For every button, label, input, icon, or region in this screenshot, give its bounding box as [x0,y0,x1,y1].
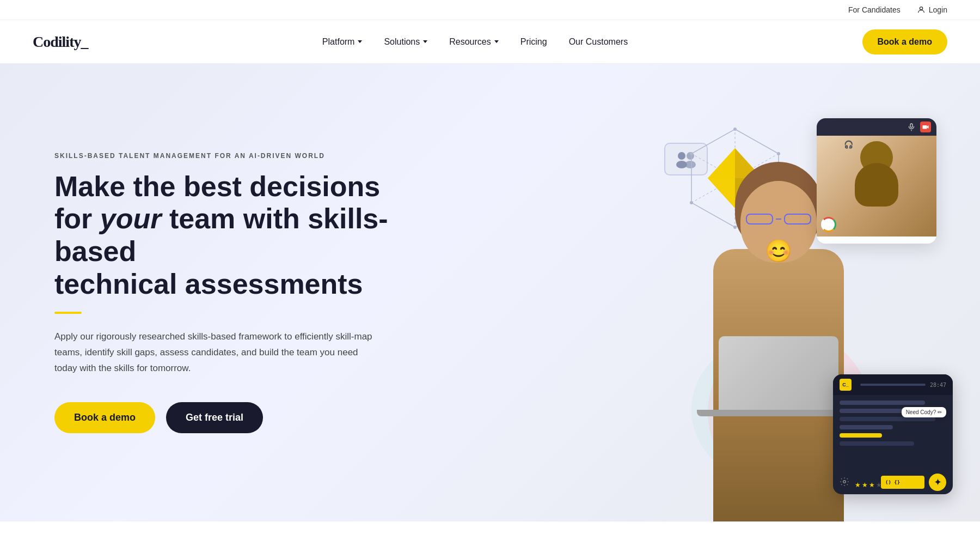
chevron-icon [883,481,891,489]
star-4: ★ [876,481,882,489]
main-nav: Codility_ Platform Solutions Resources P… [0,20,980,64]
nav-item-pricing[interactable]: Pricing [520,37,547,47]
svg-point-8 [777,201,780,204]
nav-item-solutions[interactable]: Solutions [384,37,427,47]
star-1: ★ [855,481,861,489]
svg-marker-18 [708,148,762,208]
ai-badge: ✦ [929,474,946,491]
hero-eyebrow: SKILLS-BASED TALENT MANAGEMENT FOR AN AI… [54,152,392,160]
svg-marker-5 [691,129,779,227]
geometric-shape [675,124,795,254]
nav-item-resources[interactable]: Resources [449,37,498,47]
user-icon [917,5,926,14]
video-camera-icon [920,122,931,132]
svg-marker-22 [708,178,735,208]
video-progress [821,217,932,232]
top-bar: For Candidates Login [0,0,980,20]
svg-point-6 [733,128,737,131]
hero-title: Make the best decisions for your team wi… [54,171,392,301]
svg-point-0 [920,7,922,10]
hero-section: SKILLS-BASED TALENT MANAGEMENT FOR AN AI… [0,64,980,521]
group-icon [674,149,698,169]
svg-point-2 [687,152,694,160]
get-free-trial-button[interactable]: Get free trial [166,402,263,433]
svg-marker-21 [735,178,762,208]
svg-point-7 [777,152,780,155]
nav-item-customers[interactable]: Our Customers [569,37,628,47]
svg-point-3 [676,161,687,168]
microphone-icon [907,123,916,131]
code-highlight-bar: () {} [881,476,924,489]
svg-line-16 [691,178,735,203]
svg-rect-23 [910,124,912,128]
chevron-down-icon [423,40,427,43]
hero-content: SKILLS-BASED TALENT MANAGEMENT FOR AN AI… [0,108,425,477]
svg-line-17 [691,154,735,178]
video-card-header [817,118,936,136]
svg-point-10 [690,201,693,204]
code-timer: 28:47 [930,382,946,388]
logo[interactable]: Codility_ [33,33,88,51]
svg-point-1 [678,152,685,160]
star-3: ★ [869,481,875,489]
svg-point-9 [733,226,737,229]
people-icon-card [664,143,708,175]
star-rating: ★ ★ ★ ★ [855,481,891,489]
nav-book-demo-button[interactable]: Book a demo [862,29,947,54]
svg-point-11 [690,152,693,155]
hero-description: Apply our rigorously researched skills-b… [54,329,381,377]
circle-teal-decoration [691,342,828,478]
login-link[interactable]: Login [917,5,947,14]
svg-marker-20 [708,148,735,178]
book-demo-button[interactable]: Book a demo [54,402,155,433]
video-card: 🎧 [817,118,936,244]
nav-links: Platform Solutions Resources Pricing Our… [322,37,628,47]
svg-line-14 [735,178,779,203]
svg-point-4 [685,161,696,168]
svg-point-27 [843,481,846,483]
svg-rect-25 [923,125,927,129]
for-candidates-link[interactable]: For Candidates [848,5,901,14]
hero-divider [54,312,82,314]
chevron-down-icon [358,40,362,43]
progress-circle [821,217,836,232]
svg-marker-19 [735,148,762,178]
video-card-body: 🎧 [817,136,936,236]
star-2: ★ [862,481,868,489]
cody-bubble: Need Cody? ✏ [902,407,946,417]
hero-buttons: Book a demo Get free trial [54,402,392,433]
chevron-down-icon [494,40,499,43]
svg-line-13 [735,154,779,178]
nav-item-platform[interactable]: Platform [322,37,363,47]
settings-icon [840,477,849,489]
svg-marker-26 [927,125,929,129]
